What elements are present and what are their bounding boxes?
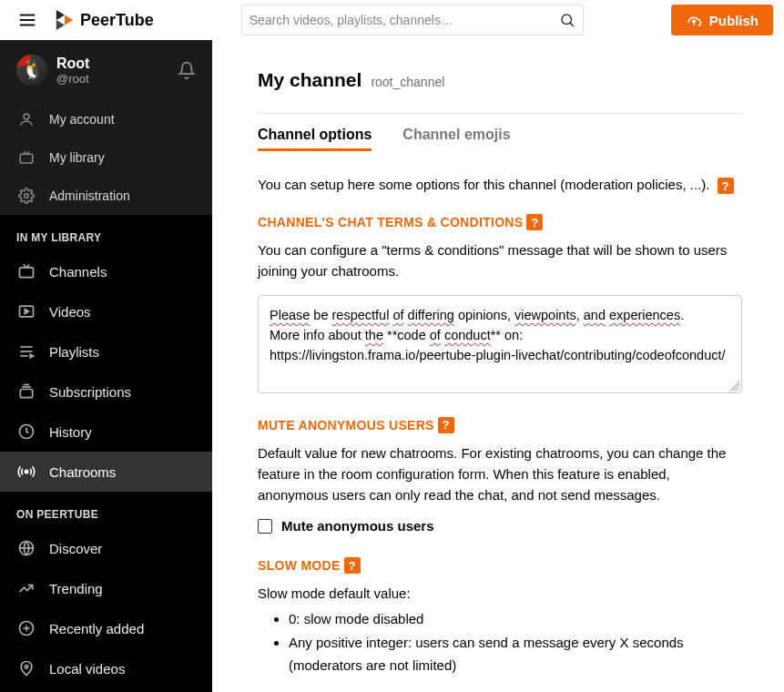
hamburger-menu[interactable] (11, 4, 44, 36)
sidebar: Root @root My account My library (0, 40, 212, 692)
intro-text-content: You can setup here some options for this… (258, 177, 709, 192)
sidebar-item-recently-added[interactable]: Recently added (0, 608, 212, 648)
menu-icon (17, 10, 37, 30)
sidebar-heading-library: IN MY LIBRARY (0, 215, 212, 251)
sidebar-item-videos[interactable]: Videos (0, 291, 212, 331)
svg-rect-6 (20, 154, 33, 163)
avatar[interactable] (16, 55, 47, 86)
section-desc-terms: You can configure a "terms & conditions"… (258, 239, 742, 282)
search-input[interactable] (249, 13, 559, 27)
divider (258, 113, 742, 114)
text-token: of (430, 328, 441, 342)
sidebar-item-chatrooms[interactable]: Chatrooms (0, 452, 212, 492)
search-container (165, 5, 660, 36)
svg-point-17 (25, 470, 27, 473)
page-title: My channel (258, 69, 361, 91)
text-token: and (584, 308, 606, 322)
brand-name: PeerTube (80, 11, 154, 30)
text-token: opinions, (454, 308, 514, 322)
resize-handle-icon[interactable] (730, 382, 739, 391)
sidebar-item-local-videos[interactable]: Local videos (0, 648, 212, 688)
help-icon[interactable]: ? (438, 417, 454, 433)
user-handle: @root (56, 72, 168, 86)
user-display-name: Root (56, 56, 168, 72)
sidebar-item-trending[interactable]: Trending (0, 568, 212, 608)
svg-line-4 (570, 23, 574, 26)
mute-checkbox[interactable] (258, 519, 272, 534)
tv-icon (16, 148, 36, 168)
section-desc-mute: Default value for new chatrooms. For exi… (258, 443, 742, 506)
text-token: respectful (332, 308, 390, 322)
search-icon[interactable] (559, 12, 575, 28)
search-box[interactable] (241, 5, 584, 36)
stack-icon (16, 382, 36, 402)
user-block: Root @root (0, 40, 212, 100)
list-item: Any positive integer: users can send a m… (289, 632, 742, 677)
help-icon[interactable]: ? (526, 214, 543, 230)
sidebar-item-administration[interactable]: Administration (0, 177, 212, 215)
sidebar-item-label: Recently added (49, 621, 144, 636)
help-icon[interactable]: ? (718, 178, 734, 194)
history-icon (16, 422, 36, 442)
terms-textarea[interactable]: Please be respectful of differing opinio… (258, 295, 742, 393)
sidebar-item-label: Subscriptions (49, 384, 131, 400)
tab-channel-emojis[interactable]: Channel emojis (402, 127, 510, 151)
text-token: . (680, 308, 684, 322)
tv-icon (16, 261, 36, 281)
text-token: Please (270, 308, 310, 322)
user-icon (16, 109, 36, 129)
mute-checkbox-row: Mute anonymous users (258, 518, 742, 534)
section-heading-slow: SLOW MODE ? (258, 557, 742, 574)
section-terms: CHANNEL'S CHAT TERMS & CONDITIONS ? You … (258, 214, 742, 393)
slow-intro: Slow mode default value: (258, 583, 742, 604)
sidebar-item-subscriptions[interactable]: Subscriptions (0, 371, 212, 412)
sidebar-item-label: Administration (49, 188, 130, 203)
sidebar-item-my-account[interactable]: My account (0, 100, 212, 138)
sidebar-account-section: My account My library Administration (0, 100, 212, 215)
sidebar-item-label: Channels (49, 264, 107, 280)
text-token: differing (408, 308, 454, 322)
tabs: Channel options Channel emojis (258, 127, 742, 151)
notifications-button[interactable] (178, 61, 196, 79)
svg-rect-8 (20, 268, 34, 278)
text-token: experiences (609, 308, 680, 322)
sidebar-item-label: My library (49, 150, 105, 165)
help-icon[interactable]: ? (344, 557, 361, 574)
upload-icon (686, 12, 702, 28)
sidebar-item-label: Local videos (49, 661, 125, 677)
sidebar-item-channels[interactable]: Channels (0, 251, 212, 291)
tab-channel-options[interactable]: Channel options (258, 127, 372, 151)
svg-point-5 (24, 114, 29, 119)
text-token: **code (383, 328, 430, 342)
broadcast-icon (16, 462, 36, 482)
text-token: the (365, 328, 383, 342)
sidebar-item-label: Trending (49, 581, 103, 596)
text-token: be (310, 308, 331, 322)
text-token: https://livingston.frama.io/peertube-plu… (270, 348, 726, 362)
section-mute: MUTE ANONYMOUS USERS ? Default value for… (258, 417, 742, 534)
text-token: of (392, 308, 403, 322)
section-slow-mode: SLOW MODE ? Slow mode default value: 0: … (258, 557, 742, 677)
gear-icon (16, 186, 36, 206)
trending-icon (16, 578, 36, 598)
peertube-logo-icon (55, 8, 75, 32)
intro-text: You can setup here some options for this… (258, 177, 742, 194)
sidebar-item-history[interactable]: History (0, 412, 212, 452)
sidebar-item-playlists[interactable]: Playlists (0, 331, 212, 371)
text-token: More info about (270, 328, 365, 342)
publish-button[interactable]: Publish (671, 5, 773, 36)
bell-icon (178, 61, 196, 79)
home-pin-icon (16, 658, 36, 678)
sidebar-item-label: Playlists (49, 344, 99, 360)
top-bar: PeerTube Publish (0, 0, 784, 40)
play-square-icon (16, 301, 36, 321)
sidebar-item-label: Discover (49, 541, 102, 556)
logo[interactable]: PeerTube (55, 8, 154, 32)
list-icon (16, 341, 36, 361)
list-item: 0: slow mode disabled (289, 608, 742, 631)
publish-label: Publish (709, 13, 759, 28)
text-token: viewpoints (514, 308, 576, 322)
sidebar-item-my-library[interactable]: My library (0, 138, 212, 177)
svg-point-3 (562, 15, 572, 25)
sidebar-item-discover[interactable]: Discover (0, 528, 212, 568)
